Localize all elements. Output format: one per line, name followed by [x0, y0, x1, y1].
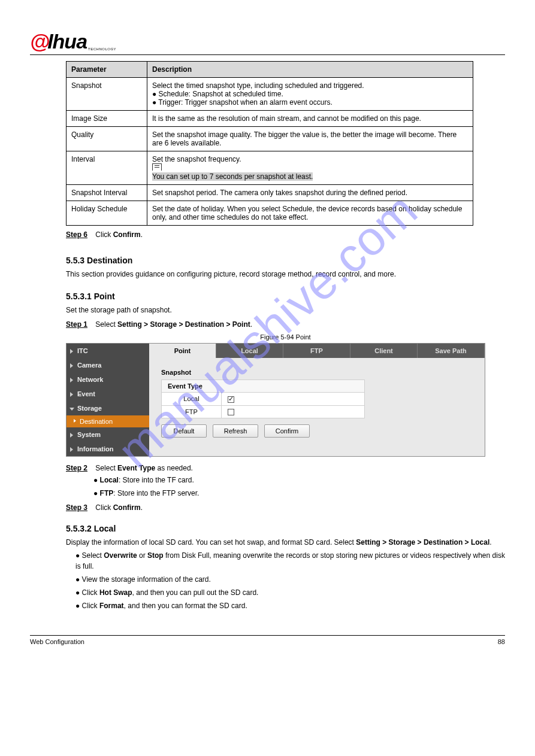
screenshot-point: ITC Camera Network Event Storage Destina…	[66, 343, 485, 457]
brand-logo: @ lhua TECHNOLOGY	[30, 30, 116, 53]
sidebar-item-information[interactable]: Information	[67, 442, 149, 456]
nav-sidebar: ITC Camera Network Event Storage Destina…	[67, 344, 149, 456]
body-text: Display the information of local SD card…	[66, 537, 505, 548]
desc-cell: Select the timed snapshot type, includin…	[147, 78, 473, 111]
desc-cell: Set the snapshot image quality. The bigg…	[147, 127, 473, 151]
param-cell: Snapshot Interval	[67, 185, 147, 201]
sidebar-item-itc[interactable]: ITC	[67, 344, 149, 358]
sidebar-item-camera[interactable]: Camera	[67, 358, 149, 372]
event-type-header: Event Type	[162, 380, 365, 393]
table-row: Holiday Schedule Set the date of holiday…	[67, 201, 473, 226]
logo-word: lhua	[47, 30, 87, 53]
table-row: Snapshot Select the timed snapshot type,…	[67, 78, 473, 111]
step-2: Step 2 Select Event Type as needed.	[66, 464, 505, 472]
option-row-ftp: FTP	[162, 405, 365, 418]
table-row: Snapshot Interval Set snapshot period. T…	[67, 185, 473, 201]
option-label: Local	[162, 393, 222, 406]
chevron-right-icon	[70, 349, 73, 354]
body-text: Set the storage path of snapshot.	[66, 305, 505, 315]
sidebar-item-network[interactable]: Network	[67, 372, 149, 387]
table-row: Quality Set the snapshot image quality. …	[67, 127, 473, 151]
refresh-button[interactable]: Refresh	[213, 424, 258, 438]
confirm-button[interactable]: Confirm	[264, 424, 310, 438]
param-cell: Holiday Schedule	[67, 201, 147, 226]
heading-destination: 5.5.3 Destination	[66, 256, 505, 265]
chevron-right-icon	[74, 419, 76, 423]
desc-cell: Set snapshot period. The camera only tak…	[147, 185, 473, 201]
th-parameter: Parameter	[67, 62, 147, 78]
main-panel: Point Local FTP Client Save Path Snapsho…	[149, 344, 485, 456]
step-label: Step 1	[66, 320, 87, 329]
heading-point: 5.5.3.1 Point	[66, 292, 505, 301]
logo-tagline: TECHNOLOGY	[88, 47, 116, 51]
logo-symbol: @	[30, 30, 49, 53]
desc-cell: Set the date of holiday. When you select…	[147, 201, 473, 226]
chevron-right-icon	[70, 363, 73, 368]
param-cell: Image Size	[67, 111, 147, 127]
table-row: Image Size It is the same as the resolut…	[67, 111, 473, 127]
chevron-right-icon	[70, 433, 73, 438]
heading-local: 5.5.3.2 Local	[66, 524, 505, 533]
tab-client[interactable]: Client	[350, 344, 418, 358]
param-cell: Quality	[67, 127, 147, 151]
desc-cell: It is the same as the resolution of main…	[147, 111, 473, 127]
step-label: Step 2	[66, 464, 87, 472]
checkbox-ftp[interactable]	[228, 409, 234, 415]
figure-caption: Figure 5-94 Point	[66, 333, 505, 341]
table-row: Interval Set the snapshot frequency. You…	[67, 151, 473, 185]
step-6: Step 6 Click Confirm.	[66, 230, 505, 239]
footer-section: Web Configuration	[30, 638, 84, 645]
chevron-right-icon	[70, 378, 73, 382]
bullet-ftp: ● FTP: Store into the FTP server.	[93, 488, 505, 499]
bullet-local: ● Local: Store into the TF card.	[93, 475, 505, 485]
step-label: Step 6	[66, 230, 87, 239]
parameter-table: Parameter Description Snapshot Select th…	[66, 61, 473, 226]
desc-cell: Set the snapshot frequency. You can set …	[147, 151, 473, 185]
tab-save-path[interactable]: Save Path	[418, 344, 485, 358]
default-button[interactable]: Default	[161, 424, 207, 438]
page-header: @ lhua TECHNOLOGY	[30, 30, 505, 55]
step-1: Step 1 Select Setting > Storage > Destin…	[66, 320, 505, 329]
option-label: FTP	[162, 405, 222, 418]
chevron-right-icon	[70, 392, 73, 397]
option-row-local: Local	[162, 393, 365, 406]
tab-point[interactable]: Point	[149, 344, 216, 358]
param-cell: Interval	[67, 151, 147, 185]
sidebar-item-system[interactable]: System	[67, 427, 149, 442]
tab-bar: Point Local FTP Client Save Path	[149, 344, 485, 358]
chevron-down-icon	[69, 408, 74, 411]
th-description: Description	[147, 62, 473, 78]
footer-page-number: 88	[498, 638, 505, 645]
checkbox-local[interactable]	[228, 396, 234, 403]
bullet-format: ● Click Format, and then you can format …	[75, 600, 505, 611]
step-label: Step 3	[66, 503, 87, 512]
bullet-overwrite: ● Select Overwrite or Stop from Disk Ful…	[75, 550, 505, 572]
event-type-table: Event Type Local FTP	[161, 379, 365, 418]
panel-title-snapshot: Snapshot	[161, 369, 473, 376]
sidebar-item-storage[interactable]: Storage	[67, 401, 149, 415]
bullet-view: ● View the storage information of the ca…	[75, 574, 505, 585]
body-text: This section provides guidance on config…	[66, 269, 505, 280]
page-footer: Web Configuration 88	[30, 635, 505, 645]
sidebar-subitem-destination[interactable]: Destination	[67, 415, 149, 427]
note-highlight: You can set up to 7 seconds per snapshot…	[152, 172, 313, 181]
tab-local[interactable]: Local	[216, 344, 283, 358]
chevron-right-icon	[70, 447, 73, 452]
step-3: Step 3 Click Confirm.	[66, 503, 505, 512]
tab-ftp[interactable]: FTP	[283, 344, 350, 358]
param-cell: Snapshot	[67, 78, 147, 111]
note-icon	[152, 163, 162, 171]
sidebar-item-event[interactable]: Event	[67, 387, 149, 401]
bullet-hotswap: ● Click Hot Swap, and then you can pull …	[75, 587, 505, 598]
